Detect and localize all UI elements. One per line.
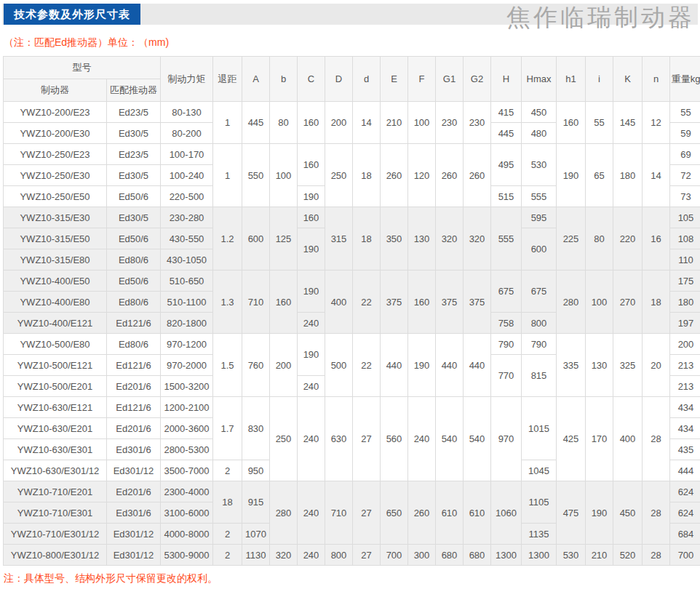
cell-G1: 440 (436, 334, 464, 397)
cell-A: 710 (242, 271, 270, 334)
col-header-D: D (325, 57, 353, 102)
cell-G2: 680 (464, 545, 491, 566)
cell-thruster: Ed30/5 (107, 207, 161, 228)
col-header-E: E (381, 57, 408, 102)
col-header-H: H (491, 57, 522, 102)
cell-H: 495 (491, 144, 522, 186)
cell-weight: 180 (670, 292, 700, 313)
cell-b: 250 (270, 397, 298, 481)
cell-brake: YWZ10-500/E201 (4, 376, 107, 397)
cell-Hmax: 1135 (522, 524, 557, 545)
cell-Hmax: 815 (522, 355, 557, 397)
cell-torque: 510-1100 (161, 292, 213, 313)
col-header-i: i (586, 57, 613, 102)
cell-n: 16 (643, 207, 670, 271)
cell-C: 160 (298, 144, 325, 186)
cell-A: 600 (242, 207, 270, 271)
col-header-thruster: 匹配推动器 (107, 79, 161, 102)
col-header-d: d (353, 57, 381, 102)
page: 技术参数及外形尺寸表 焦作临瑞制动器 （注：匹配Ed推动器）单位：（mm) 型号… (0, 0, 700, 589)
cell-thruster: Ed30/5 (107, 123, 161, 144)
cell-torque: 430-1050 (161, 249, 213, 271)
cell-E: 375 (381, 271, 408, 334)
cell-brake: YWZ10-630/E301/12 (4, 460, 107, 481)
cell-thruster: Ed121/6 (107, 313, 161, 334)
cell-thruster: Ed201/6 (107, 376, 161, 397)
cell-K: 270 (613, 271, 643, 334)
cell-thruster: Ed80/6 (107, 292, 161, 313)
cell-G2: 610 (464, 481, 491, 545)
cell-clearance: 2 (213, 545, 242, 566)
cell-weight: 434 (670, 397, 700, 418)
table-row: YWZ10-400/E50Ed50/6510-6501.371016019040… (4, 271, 700, 292)
cell-torque: 100-240 (161, 165, 213, 186)
cell-thruster: Ed201/6 (107, 481, 161, 502)
cell-G1: 375 (436, 271, 464, 334)
table-row: YWZ10-710/E201Ed201/62300-40001891528024… (4, 481, 700, 502)
cell-G2: 260 (464, 144, 491, 207)
table-row: YWZ10-200/E23Ed23/580-130144580160200142… (4, 102, 700, 123)
cell-C: 160 (298, 102, 325, 144)
cell-brake: YWZ10-315/E50 (4, 228, 107, 249)
cell-K: 145 (613, 102, 643, 144)
cell-torque: 230-280 (161, 207, 213, 228)
cell-H: 1300 (491, 545, 522, 566)
cell-d: 27 (353, 545, 381, 566)
cell-G1: 320 (436, 207, 464, 271)
cell-Hmax: 1105 (522, 481, 557, 524)
cell-E: 700 (381, 545, 408, 566)
cell-brake: YWZ10-630/E121 (4, 397, 107, 418)
cell-weight: 213 (670, 355, 700, 376)
table-row: YWZ10-800/E301/12Ed301/125300-9000211303… (4, 545, 700, 566)
cell-h1: 190 (557, 144, 586, 207)
cell-brake: YWZ10-200/E23 (4, 102, 107, 123)
cell-A: 760 (242, 334, 270, 397)
cell-G2: 230 (464, 102, 491, 144)
cell-d: 27 (353, 397, 381, 481)
cell-clearance: 1.5 (213, 334, 242, 397)
cell-Hmax: 480 (522, 123, 557, 144)
cell-K: 220 (613, 207, 643, 271)
cell-thruster: Ed121/6 (107, 355, 161, 376)
cell-D: 630 (325, 397, 353, 481)
section-title: 技术参数及外形尺寸表 (14, 8, 130, 20)
col-header-n: n (643, 57, 670, 102)
cell-weight: 72 (670, 165, 700, 186)
cell-i: 80 (586, 207, 613, 271)
col-header-A: A (242, 57, 270, 102)
cell-weight: 105 (670, 207, 700, 228)
cell-thruster: Ed301/12 (107, 460, 161, 481)
cell-G1: 540 (436, 397, 464, 481)
cell-brake: YWZ10-315/E80 (4, 249, 107, 271)
cell-H: 415 (491, 102, 522, 123)
cell-F: 100 (408, 102, 436, 144)
cell-Hmax: 675 (522, 271, 557, 313)
cell-E: 440 (381, 334, 408, 397)
cell-torque: 80-130 (161, 102, 213, 123)
cell-brake: YWZ10-800/E301/12 (4, 545, 107, 566)
cell-clearance: 1 (213, 144, 242, 207)
cell-weight: 444 (670, 460, 700, 481)
cell-torque: 1500-3200 (161, 376, 213, 397)
cell-E: 560 (381, 397, 408, 481)
cell-b: 200 (270, 334, 298, 397)
cell-thruster: Ed50/6 (107, 186, 161, 207)
cell-clearance: 18 (213, 481, 242, 524)
cell-H: 758 (491, 313, 522, 334)
col-header-G2: G2 (464, 57, 491, 102)
cell-n: 28 (643, 545, 670, 566)
cell-thruster: Ed301/6 (107, 439, 161, 460)
cell-weight: 200 (670, 334, 700, 355)
cell-A: 445 (242, 102, 270, 144)
cell-torque: 5300-9000 (161, 545, 213, 566)
section-title-banner: 技术参数及外形尺寸表 (4, 4, 140, 25)
cell-clearance: 1.7 (213, 397, 242, 460)
cell-n: 28 (643, 481, 670, 545)
cell-A: 915 (242, 481, 270, 524)
cell-weight: 434 (670, 418, 700, 439)
cell-weight: 435 (670, 439, 700, 460)
table-row: YWZ10-315/E30Ed30/5230-2801.260012516031… (4, 207, 700, 228)
cell-brake: YWZ10-250/E50 (4, 186, 107, 207)
cell-b: 100 (270, 144, 298, 207)
cell-n: 20 (643, 334, 670, 397)
